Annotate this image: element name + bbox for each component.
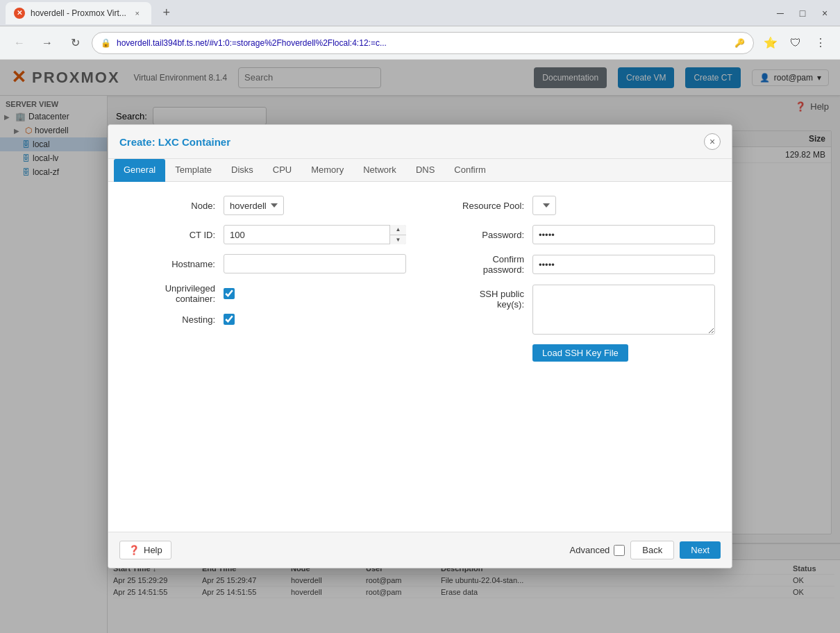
form-row-nesting: Nesting: — [125, 314, 406, 325]
dialog-footer: ❓ Help Advanced Back Next — [108, 532, 732, 568]
address-key-icon: 🔑 — [734, 38, 745, 48]
hostname-input[interactable] — [224, 254, 406, 273]
ct-id-increment[interactable]: ▲ — [390, 225, 406, 235]
ct-id-decrement[interactable]: ▼ — [390, 235, 406, 245]
ct-id-input[interactable] — [224, 225, 406, 244]
advanced-checkbox-wrapper: Advanced — [570, 545, 625, 556]
resource-pool-select[interactable] — [532, 196, 556, 215]
tab-favicon: ✕ — [14, 8, 25, 19]
address-bar[interactable]: 🔒 hoverdell.tail394bf.ts.net/#v1:0:=stor… — [92, 32, 754, 54]
lxc-create-dialog: Create: LXC Container × General Template… — [108, 124, 732, 568]
nesting-checkbox-wrapper — [224, 314, 235, 325]
form-row-ssh-key: SSH publickey(s): — [434, 285, 715, 335]
modal-overlay: Create: LXC Container × General Template… — [0, 60, 840, 633]
minimize-button[interactable]: ─ — [771, 3, 790, 23]
password-label: Password: — [434, 230, 524, 240]
unprivileged-checkbox-wrapper — [224, 288, 235, 299]
reload-button[interactable]: ↻ — [64, 32, 86, 54]
form-row-password: Password: — [434, 225, 715, 244]
form-left-column: Node: hoverdell CT ID: — [125, 196, 406, 371]
tab-disks[interactable]: Disks — [221, 159, 263, 182]
form-row-ct-id: CT ID: ▲ ▼ — [125, 225, 406, 244]
tab-network[interactable]: Network — [353, 159, 406, 182]
new-tab-button[interactable]: + — [157, 3, 176, 23]
footer-left: ❓ Help — [119, 541, 171, 559]
nesting-checkbox[interactable] — [224, 314, 235, 325]
form-row-load-ssh: Load SSH Key File — [434, 344, 715, 362]
browser-titlebar: ✕ hoverdell - Proxmox Virt... × + ─ □ × — [0, 0, 840, 26]
browser-toolbar-icons: ⭐ 🛡 ⋮ — [759, 32, 832, 54]
maximize-button[interactable]: □ — [793, 3, 812, 23]
help-circle-icon: ❓ — [128, 545, 140, 555]
tab-dns[interactable]: DNS — [406, 159, 444, 182]
dialog-help-button[interactable]: ❓ Help — [119, 541, 171, 559]
form-row-confirm-password: Confirmpassword: — [434, 254, 715, 275]
confirm-password-input[interactable] — [532, 255, 715, 274]
back-button[interactable]: Back — [630, 541, 674, 559]
browser-tab[interactable]: ✕ hoverdell - Proxmox Virt... × — [6, 2, 151, 24]
tab-cpu[interactable]: CPU — [263, 159, 301, 182]
form-row-unprivileged: Unprivilegedcontainer: — [125, 283, 406, 304]
advanced-checkbox[interactable] — [614, 545, 625, 556]
browser-toolbar: ← → ↻ 🔒 hoverdell.tail394bf.ts.net/#v1:0… — [0, 26, 840, 60]
help-btn-label: Help — [144, 545, 162, 555]
dialog-title: Create: LXC Container — [119, 136, 230, 148]
next-button[interactable]: Next — [680, 541, 721, 559]
window-controls: ─ □ × — [771, 3, 834, 23]
address-lock-icon: 🔒 — [101, 38, 111, 48]
ct-id-spinner: ▲ ▼ — [224, 225, 406, 244]
form-row-hostname: Hostname: — [125, 254, 406, 273]
unprivileged-checkbox[interactable] — [224, 288, 235, 299]
ssh-key-textarea[interactable] — [532, 285, 715, 335]
dialog-title-static: Create: — [119, 136, 156, 148]
dialog-close-button[interactable]: × — [704, 133, 721, 150]
tab-template[interactable]: Template — [165, 159, 221, 182]
hostname-label: Hostname: — [125, 259, 215, 269]
unprivileged-label: Unprivilegedcontainer: — [125, 283, 215, 304]
form-row-node: Node: hoverdell — [125, 196, 406, 215]
browser-frame: ✕ hoverdell - Proxmox Virt... × + ─ □ × … — [0, 0, 840, 633]
password-input[interactable] — [532, 225, 715, 244]
address-url: hoverdell.tail394bf.ts.net/#v1:0:=storag… — [117, 38, 729, 48]
resource-pool-wrapper — [532, 196, 715, 215]
dialog-body: Node: hoverdell CT ID: — [108, 182, 732, 532]
node-field-label: Node: — [125, 201, 215, 211]
dialog-header: Create: LXC Container × — [108, 125, 732, 159]
back-nav-button[interactable]: ← — [8, 32, 31, 54]
shield-icon-btn[interactable]: 🛡 — [784, 32, 807, 54]
tab-general[interactable]: General — [114, 159, 165, 182]
ssh-key-label: SSH publickey(s): — [434, 285, 524, 310]
tab-confirm[interactable]: Confirm — [444, 159, 496, 182]
resource-pool-label: Resource Pool: — [434, 201, 524, 211]
close-window-button[interactable]: × — [815, 3, 834, 23]
nesting-label: Nesting: — [125, 314, 215, 325]
bookmark-button[interactable]: ⭐ — [759, 32, 782, 54]
form-row-resource-pool: Resource Pool: — [434, 196, 715, 215]
forward-nav-button[interactable]: → — [36, 32, 58, 54]
tab-close-btn[interactable]: × — [132, 8, 143, 19]
form-right-column: Resource Pool: Password: — [434, 196, 715, 371]
app-content: ✕ PROXMOX Virtual Environment 8.1.4 Docu… — [0, 60, 840, 633]
tab-memory[interactable]: Memory — [301, 159, 353, 182]
ct-id-spinner-btns: ▲ ▼ — [389, 225, 406, 244]
load-ssh-button[interactable]: Load SSH Key File — [532, 344, 628, 362]
footer-right: Advanced Back Next — [570, 541, 721, 559]
advanced-label: Advanced — [570, 545, 610, 555]
node-select[interactable]: hoverdell — [224, 196, 284, 215]
menu-button[interactable]: ⋮ — [809, 32, 832, 54]
tab-title: hoverdell - Proxmox Virt... — [31, 8, 126, 18]
ct-id-label: CT ID: — [125, 230, 215, 240]
node-select-wrapper: hoverdell — [224, 196, 406, 215]
confirm-password-label: Confirmpassword: — [434, 254, 524, 275]
dialog-tabs: General Template Disks CPU Memory Networ… — [108, 159, 732, 182]
dialog-title-highlight: LXC Container — [158, 136, 230, 148]
